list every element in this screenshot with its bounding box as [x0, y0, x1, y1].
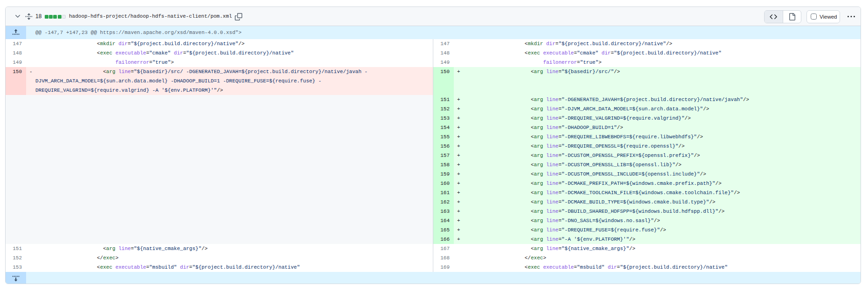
diff-row: 161+ <arg line="-DCMAKE_TOOLCHAIN_FILE=$… — [6, 188, 861, 197]
hunk-header-row: @@ -147,7 +147,23 @@ https://maven.apach… — [6, 26, 861, 39]
rich-diff-button[interactable] — [783, 11, 801, 23]
line-number[interactable]: 160 — [433, 179, 454, 188]
code-cell: + <arg line="-DCMAKE_BUILD_TYPE=${window… — [454, 197, 861, 207]
line-number[interactable]: 159 — [433, 169, 454, 179]
expand-up-button[interactable] — [6, 26, 26, 39]
line-number[interactable]: 165 — [433, 225, 454, 235]
copy-path-button[interactable] — [235, 13, 242, 20]
diff-side-old: 149 failonerror="true"> — [6, 58, 433, 67]
diff-sign-marker: + — [457, 179, 460, 188]
line-number[interactable]: 161 — [433, 188, 454, 197]
line-number[interactable]: 155 — [433, 132, 454, 142]
file-diff-card: 18 hadoop-hdfs-project/hadoop-hdfs-nativ… — [5, 7, 861, 284]
empty-cell — [26, 142, 433, 151]
line-number[interactable]: 164 — [433, 216, 454, 225]
diff-side-old — [6, 104, 433, 114]
line-number — [6, 197, 26, 207]
line-number[interactable]: 150 — [6, 67, 26, 95]
empty-cell — [26, 151, 433, 160]
code-cell: <exec executable="cmake" dir="${project.… — [454, 48, 861, 58]
empty-cell — [26, 235, 433, 244]
line-number[interactable]: 158 — [433, 160, 454, 169]
diff-side-old — [6, 132, 433, 142]
viewed-checkbox[interactable] — [811, 14, 817, 20]
line-number[interactable]: 149 — [6, 58, 26, 67]
line-number[interactable]: 157 — [433, 151, 454, 160]
empty-cell — [26, 104, 433, 114]
code-line: failonerror="true"> — [463, 58, 861, 67]
code-line: <exec executable="cmake" dir="${project.… — [35, 48, 433, 58]
line-number[interactable]: 152 — [433, 104, 454, 114]
line-number[interactable]: 167 — [433, 244, 454, 253]
diff-side-new: 164+ <arg line="-DNO_SASL=${windows.no.s… — [433, 216, 861, 225]
collapse-file-button[interactable] — [14, 13, 21, 20]
line-number[interactable]: 163 — [433, 207, 454, 216]
line-number[interactable]: 149 — [433, 58, 454, 67]
line-number[interactable]: 151 — [433, 95, 454, 104]
line-number[interactable]: 148 — [6, 48, 26, 58]
diff-side-new: 165+ <arg line="-DREQUIRE_FUSE=${require… — [433, 225, 861, 235]
code-cell: + <arg line="-DREQUIRE_LIBWEBHDFS=${requ… — [454, 132, 861, 142]
diff-side-old — [6, 235, 433, 244]
code-line: <arg line="-DCUSTOM_OPENSSL_LIB=${openss… — [463, 160, 861, 169]
diff-sign-marker: + — [457, 114, 460, 123]
line-number[interactable]: 168 — [433, 253, 454, 263]
source-view-button[interactable] — [765, 11, 783, 23]
line-number[interactable]: 150 — [433, 67, 454, 95]
code-cell: </exec> — [454, 253, 861, 263]
line-number[interactable]: 154 — [433, 123, 454, 132]
line-number[interactable]: 156 — [433, 142, 454, 151]
line-number — [6, 235, 26, 244]
diff-sign-marker: + — [457, 160, 460, 169]
file-options-button[interactable] — [847, 13, 855, 20]
line-number — [6, 216, 26, 225]
diffstat-added-block — [58, 15, 62, 19]
line-number[interactable]: 166 — [433, 235, 454, 244]
drag-grabber-icon[interactable] — [25, 13, 33, 20]
empty-cell — [26, 95, 433, 104]
line-number[interactable]: 169 — [433, 263, 454, 272]
diff-row: 152+ <arg line="-DJVM_ARCH_DATA_MODEL=${… — [6, 104, 861, 114]
empty-cell — [26, 169, 433, 179]
code-line: <arg line="${basedir}/src/ -DGENERATED_J… — [35, 67, 433, 76]
line-number[interactable]: 147 — [433, 39, 454, 48]
fold-down-icon — [12, 274, 20, 282]
diff-side-old — [6, 160, 433, 169]
code-line: <arg line="-DJVM_ARCH_DATA_MODEL=${sun.a… — [463, 104, 861, 114]
empty-cell — [26, 132, 433, 142]
file-path[interactable]: hadoop-hdfs-project/hadoop-hdfs-native-c… — [69, 7, 232, 26]
code-line: </exec> — [35, 253, 433, 263]
code-cell: + <arg line="-DJVM_ARCH_DATA_MODEL=${sun… — [454, 104, 861, 114]
line-number[interactable]: 153 — [433, 114, 454, 123]
code-cell: <exec executable="msbuild" dir="${projec… — [454, 263, 861, 272]
diff-side-old — [6, 169, 433, 179]
diff-side-old: 152 </exec> — [6, 253, 433, 263]
code-line: <arg line="-DGENERATED_JAVAH=${project.b… — [463, 95, 861, 104]
diffstat-neutral-block — [62, 15, 66, 19]
line-number[interactable]: 153 — [6, 263, 26, 272]
line-number — [6, 95, 26, 104]
empty-cell — [26, 114, 433, 123]
diff-row: 162+ <arg line="-DCMAKE_BUILD_TYPE=${win… — [6, 197, 861, 207]
code-line: <arg line="-DHADOOP_BUILD=1"/> — [463, 123, 861, 132]
viewed-toggle-button[interactable]: Viewed — [806, 10, 840, 23]
file-icon — [788, 13, 796, 20]
diff-row: 153 <exec executable="msbuild" dir="${pr… — [6, 263, 861, 272]
diff-row: 159+ <arg line="-DCUSTOM_OPENSSL_INCLUDE… — [6, 169, 861, 179]
diff-side-new: 151+ <arg line="-DGENERATED_JAVAH=${proj… — [433, 95, 861, 104]
diff-side-old — [6, 179, 433, 188]
diff-row: 150- <arg line="${basedir}/src/ -DGENERA… — [6, 67, 861, 95]
line-number[interactable]: 152 — [6, 253, 26, 263]
diff-side-old — [6, 95, 433, 104]
line-number — [6, 169, 26, 179]
line-number[interactable]: 151 — [6, 244, 26, 253]
code-cell: + <arg line="-DCUSTOM_OPENSSL_LIB=${open… — [454, 160, 861, 169]
diff-sign-marker: + — [457, 132, 460, 142]
expand-down-button[interactable] — [6, 272, 26, 284]
hunk-header-text: @@ -147,7 +147,23 @@ https://maven.apach… — [26, 26, 861, 39]
diffstat-added-block — [45, 15, 48, 19]
line-number[interactable]: 148 — [433, 48, 454, 58]
line-number[interactable]: 147 — [6, 39, 26, 48]
code-line: <arg line="-DREQUIRE_LIBWEBHDFS=${requir… — [463, 132, 861, 142]
line-number[interactable]: 162 — [433, 197, 454, 207]
